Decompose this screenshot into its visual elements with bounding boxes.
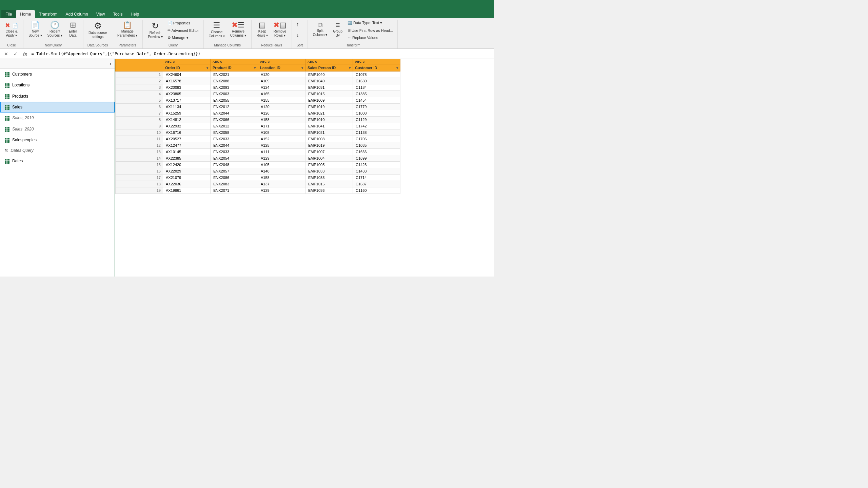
tab-help[interactable]: Help bbox=[126, 10, 143, 18]
choose-columns-button[interactable]: ☰ ChooseColumns ▾ bbox=[206, 20, 227, 40]
sidebar-item-customers[interactable]: Customers bbox=[0, 69, 115, 80]
cell-sales-person-id: EMP1021 bbox=[305, 129, 353, 136]
grid-wrapper[interactable]: ABC C Order ID ▾ ABC C Product ID ▾ ABC … bbox=[115, 59, 494, 277]
formula-input[interactable] bbox=[31, 52, 491, 56]
sidebar-item-salespeoples[interactable]: Salespeoples bbox=[0, 135, 115, 145]
manage-parameters-label: ManageParameters ▾ bbox=[117, 29, 137, 38]
cell-sales-person-id: EMP1015 bbox=[305, 91, 353, 97]
col-filter-order-id[interactable]: ▾ bbox=[206, 66, 208, 70]
row-number: 12 bbox=[116, 142, 163, 149]
data-sources-group-label: Data Sources bbox=[83, 43, 112, 47]
sort-asc-icon: ↑ bbox=[296, 21, 299, 27]
sidebar-item-label: Dates Query bbox=[11, 148, 33, 153]
group-by-button[interactable]: ≡ GroupBy bbox=[330, 20, 345, 39]
sort-desc-button[interactable]: ↓ bbox=[295, 30, 305, 40]
cell-customer-id: C1699 bbox=[353, 155, 400, 162]
cell-customer-id: C1160 bbox=[353, 187, 400, 194]
sidebar-item-locations[interactable]: Locations bbox=[0, 80, 115, 90]
table-row: 1AX24604ENX2021A120EMP1040C1078 bbox=[116, 72, 400, 78]
split-column-label: SplitColumn ▾ bbox=[313, 29, 327, 37]
col-filter-location-id[interactable]: ▾ bbox=[301, 66, 303, 70]
sidebar-item-sales-2019[interactable]: Sales_2019 bbox=[0, 113, 115, 123]
cell-order-id: AX22036 bbox=[163, 181, 211, 187]
cell-product-id: ENX2058 bbox=[211, 129, 258, 136]
table-icon bbox=[5, 115, 9, 121]
cell-product-id: ENX2021 bbox=[211, 72, 258, 78]
table-icon bbox=[5, 72, 9, 77]
close-apply-button[interactable]: ✖ 📄 Close &Apply ▾ bbox=[3, 20, 20, 39]
refresh-preview-button[interactable]: ↻ RefreshPreview ▾ bbox=[145, 20, 165, 41]
keep-rows-icon: ▤ bbox=[259, 21, 266, 29]
sidebar-item-products[interactable]: Products bbox=[0, 91, 115, 102]
cell-customer-id: C1714 bbox=[353, 175, 400, 181]
cell-product-id: ENX2012 bbox=[211, 104, 258, 110]
col-filter-product-id[interactable]: ▾ bbox=[254, 66, 256, 70]
refresh-preview-label: RefreshPreview ▾ bbox=[148, 31, 162, 39]
svg-rect-10 bbox=[5, 94, 9, 99]
tab-file[interactable]: File bbox=[1, 10, 16, 18]
data-grid: ABC C Order ID ▾ ABC C Product ID ▾ ABC … bbox=[115, 59, 400, 194]
data-type-button[interactable]: 🔤 Data Type: Text ▾ bbox=[346, 20, 395, 26]
new-source-icon: 📄 bbox=[31, 21, 40, 29]
sidebar-item-dates[interactable]: Dates bbox=[0, 156, 115, 166]
svg-rect-15 bbox=[5, 105, 9, 110]
replace-values-button[interactable]: ↔ Replace Values bbox=[346, 35, 395, 41]
sort-asc-button[interactable]: ↑ bbox=[295, 20, 305, 29]
cell-product-id: ENX2012 bbox=[211, 123, 258, 129]
col-header-location-id: ABC C Location ID ▾ bbox=[258, 59, 305, 72]
cell-sales-person-id: EMP1009 bbox=[305, 97, 353, 104]
sidebar-item-sales-2020[interactable]: Sales_2020 bbox=[0, 123, 115, 134]
new-source-button[interactable]: 📄 NewSource ▾ bbox=[26, 20, 44, 39]
recent-sources-button[interactable]: 🕐 RecentSources ▾ bbox=[45, 20, 65, 39]
col-filter-sales-person-id[interactable]: ▾ bbox=[349, 66, 351, 70]
advanced-editor-button[interactable]: ✏ Advanced Editor bbox=[166, 27, 201, 34]
remove-columns-button[interactable]: ✖☰ RemoveColumns ▾ bbox=[228, 20, 249, 39]
tab-transform[interactable]: Transform bbox=[35, 10, 61, 18]
ribbon: ✖ 📄 Close &Apply ▾ Close 📄 NewSource ▾ 🕐… bbox=[0, 18, 494, 49]
svg-rect-30 bbox=[5, 138, 9, 143]
sidebar-item-sales[interactable]: Sales bbox=[0, 102, 115, 113]
table-row: 17AX21079ENX2086A158EMP1033C1714 bbox=[116, 175, 400, 181]
properties-button[interactable]: 📄 Properties bbox=[166, 20, 201, 26]
cell-location-id: A109 bbox=[258, 78, 305, 84]
cell-location-id: A129 bbox=[258, 155, 305, 162]
row-number: 7 bbox=[116, 110, 163, 117]
tab-add-column[interactable]: Add Column bbox=[62, 10, 92, 18]
col-header-product-id: ABC C Product ID ▾ bbox=[211, 59, 258, 72]
cell-order-id: AX13717 bbox=[163, 97, 211, 104]
formula-cancel-button[interactable]: ✕ bbox=[3, 50, 9, 57]
tab-home[interactable]: Home bbox=[16, 10, 35, 18]
data-source-settings-button[interactable]: ⚙ Data sourcesettings bbox=[86, 20, 109, 41]
split-column-button[interactable]: ⧉ SplitColumn ▾ bbox=[311, 20, 330, 39]
group-by-label: GroupBy bbox=[333, 29, 342, 38]
cell-sales-person-id: EMP1021 bbox=[305, 110, 353, 117]
cell-order-id: AX12420 bbox=[163, 162, 211, 168]
enter-data-button[interactable]: ⊞ EnterData bbox=[65, 20, 80, 39]
cell-location-id: A158 bbox=[258, 175, 305, 181]
sidebar: ‹ CustomersLocationsProductsSalesSales_2… bbox=[0, 59, 115, 277]
cell-order-id: AX10145 bbox=[163, 149, 211, 155]
properties-label: Properties bbox=[173, 21, 190, 25]
col-header-customer-id: ABC C Customer ID ▾ bbox=[353, 59, 400, 72]
tab-view[interactable]: View bbox=[92, 10, 109, 18]
row-number: 16 bbox=[116, 168, 163, 175]
row-number: 5 bbox=[116, 97, 163, 104]
manage-parameters-button[interactable]: 📋 ManageParameters ▾ bbox=[115, 20, 140, 39]
cell-sales-person-id: EMP1019 bbox=[305, 142, 353, 149]
keep-rows-button[interactable]: ▤ KeepRows ▾ bbox=[254, 20, 270, 39]
sidebar-collapse-button[interactable]: ‹ bbox=[110, 61, 111, 66]
tab-tools[interactable]: Tools bbox=[109, 10, 126, 18]
cell-product-id: ENX2066 bbox=[211, 117, 258, 123]
first-row-header-button[interactable]: ⊞ Use First Row as Head... bbox=[346, 27, 395, 34]
sidebar-item-dates-query[interactable]: fxDates Query bbox=[0, 145, 115, 156]
col-filter-customer-id[interactable]: ▾ bbox=[396, 66, 398, 70]
remove-rows-button[interactable]: ✖▤ RemoveRows ▾ bbox=[271, 20, 289, 39]
formula-confirm-button[interactable]: ✓ bbox=[12, 50, 19, 57]
cell-sales-person-id: EMP1040 bbox=[305, 72, 353, 78]
ribbon-group-close: ✖ 📄 Close &Apply ▾ Close bbox=[0, 20, 23, 48]
cell-customer-id: C1184 bbox=[353, 84, 400, 91]
table-icon bbox=[5, 126, 9, 131]
cell-product-id: ENX2033 bbox=[211, 136, 258, 142]
manage-button[interactable]: ⚙ Manage ▾ bbox=[166, 35, 201, 41]
cell-location-id: A129 bbox=[258, 187, 305, 194]
